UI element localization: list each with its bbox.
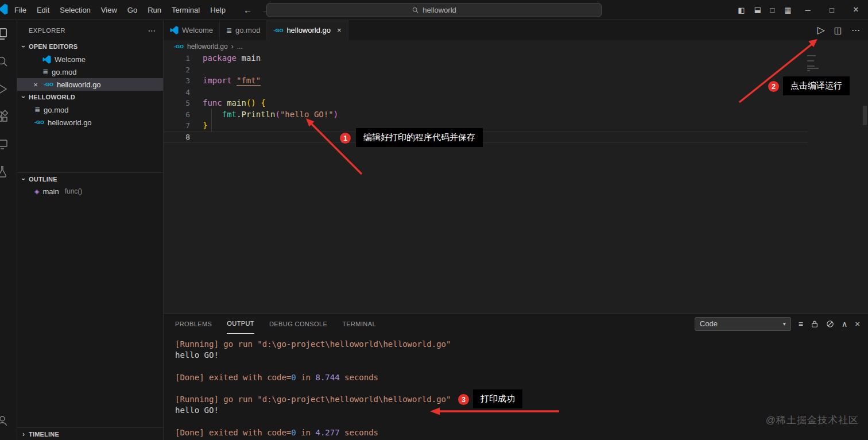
section-outline[interactable]: › OUTLINE [17, 172, 163, 185]
outline-detail: func() [65, 187, 83, 195]
tab-label: Welcome [182, 26, 213, 34]
remote-explorer-icon[interactable] [0, 130, 17, 158]
customize-layout-icon[interactable]: ▦ [780, 6, 796, 14]
section-open-editors[interactable]: › OPEN EDITORS [17, 40, 163, 53]
toggle-secondary-sidebar-icon[interactable]: □ [765, 6, 780, 14]
code-line: 2 [164, 64, 868, 76]
panel-header: PROBLEMS OUTPUT DEBUG CONSOLE TERMINAL C… [164, 314, 868, 334]
vscode-file-icon [42, 55, 51, 64]
menu-edit[interactable]: Edit [32, 0, 55, 20]
code-editor[interactable]: 1package main 2 3import "fmt" 4 5func ma… [164, 53, 868, 313]
outline-label: main [42, 187, 59, 196]
run-code-button[interactable]: ▷ [817, 24, 825, 36]
open-editor-gomod[interactable]: ≣ go.mod [17, 65, 163, 78]
close-button[interactable]: × [844, 0, 868, 20]
tab-gomod[interactable]: ≣ go.mod [220, 20, 267, 40]
close-editor-icon[interactable]: × [31, 80, 40, 89]
back-button[interactable]: ← [243, 5, 252, 15]
menu-run[interactable]: Run [142, 0, 166, 20]
vscode-file-icon [170, 26, 179, 34]
breadcrumb-symbol[interactable]: ... [237, 43, 243, 51]
output-line: [Running] go run "d:\go-project\hellowor… [175, 339, 868, 350]
code-line-current: 8 [164, 132, 868, 143]
menu-view[interactable]: View [96, 0, 122, 20]
filter-output-icon[interactable]: ≡ [799, 319, 803, 329]
search-value: helloworld [423, 6, 456, 14]
menu-file[interactable]: File [9, 0, 32, 20]
code-line: 3import "fmt" [164, 75, 868, 87]
chevron-down-icon: › [20, 94, 28, 101]
account-icon[interactable] [0, 407, 17, 434]
explorer-icon[interactable] [0, 20, 17, 48]
file-gomod[interactable]: ≣ go.mod [17, 103, 163, 116]
output-channel-select[interactable]: Code ▾ [695, 317, 791, 331]
close-panel-icon[interactable]: × [855, 319, 860, 329]
output-line: [Done] exited with code=0 in 8.744 secon… [175, 372, 868, 383]
tab-output[interactable]: OUTPUT [227, 314, 254, 334]
code-text: } [190, 120, 207, 132]
editor-actions: ▷ ◫ ⋯ [817, 20, 868, 40]
maximize-button[interactable]: □ [820, 0, 844, 20]
gomod-file-icon: ≣ [42, 68, 48, 76]
search-sidebar-icon[interactable] [0, 48, 17, 75]
line-number: 4 [164, 87, 190, 98]
open-editor-helloworld-go[interactable]: × -GO helloworld.go [17, 78, 163, 91]
split-editor-icon[interactable]: ◫ [834, 25, 842, 36]
tab-welcome[interactable]: Welcome [164, 20, 220, 40]
menu-go[interactable]: Go [122, 0, 142, 20]
file-label: go.mod [44, 106, 68, 114]
minimize-button[interactable]: ─ [796, 0, 820, 20]
output-channel-value: Code [700, 319, 718, 328]
chevron-right-icon: › [20, 430, 27, 438]
open-editor-label: helloworld.go [57, 80, 101, 89]
menu-terminal[interactable]: Terminal [166, 0, 205, 20]
chevron-down-icon: › [20, 43, 28, 50]
menu-help[interactable]: Help [205, 0, 231, 20]
code-text [190, 132, 203, 143]
breadcrumb-file[interactable]: helloworld.go [187, 43, 228, 51]
toggle-panel-glyph: ◧ [753, 6, 761, 13]
menu-selection[interactable]: Selection [55, 0, 95, 20]
vscode-window: File Edit Selection View Go Run Terminal… [0, 0, 868, 440]
search-icon [412, 6, 419, 14]
close-tab-icon[interactable]: × [337, 26, 342, 34]
run-debug-icon[interactable] [0, 75, 17, 103]
scroll-lock-icon[interactable] [811, 320, 819, 328]
clear-output-icon[interactable] [826, 320, 834, 328]
line-number: 8 [164, 132, 190, 143]
toggle-sidebar-icon[interactable]: ◧ [734, 6, 749, 14]
editor-more-actions-icon[interactable]: ⋯ [851, 25, 860, 36]
line-number: 7 [164, 120, 190, 132]
section-open-editors-label: OPEN EDITORS [29, 43, 78, 50]
section-project[interactable]: › HELLOWORLD [17, 91, 163, 103]
editor-scrollbar[interactable] [863, 106, 867, 125]
maximize-panel-icon[interactable]: ∧ [842, 319, 847, 329]
outline-item-main[interactable]: ◈ main func() [17, 185, 163, 198]
chevron-down-icon: › [20, 176, 28, 183]
tab-helloworld-go[interactable]: -GO helloworld.go × [267, 20, 348, 40]
tab-problems[interactable]: PROBLEMS [175, 314, 212, 334]
code-line: 4 [164, 87, 868, 98]
explorer-sidebar: EXPLORER ⋯ › OPEN EDITORS Welcome ≣ go.m… [17, 20, 164, 440]
toggle-panel-icon[interactable]: ◧ [749, 6, 765, 14]
extensions-icon[interactable] [0, 103, 17, 130]
panel-actions: Code ▾ ≡ ∧ × [695, 317, 860, 331]
go-file-icon: -GO [174, 44, 184, 49]
code-text: package main [190, 53, 261, 64]
testing-icon[interactable] [0, 158, 17, 186]
tab-label: helloworld.go [286, 26, 331, 34]
file-helloworld-go[interactable]: -GO helloworld.go [17, 116, 163, 129]
command-center-search[interactable]: helloworld [266, 3, 602, 17]
open-editor-welcome[interactable]: Welcome [17, 53, 163, 65]
line-number: 5 [164, 98, 190, 109]
minimap[interactable] [807, 55, 821, 73]
explorer-more-actions-icon[interactable]: ⋯ [148, 26, 157, 35]
section-timeline[interactable]: › TIMELINE [17, 427, 163, 440]
output-console[interactable]: [Running] go run "d:\go-project\hellowor… [164, 334, 868, 440]
code-line: 1package main [164, 53, 868, 64]
code-line: 5func main() { [164, 98, 868, 109]
output-line: hello GO! [175, 350, 868, 361]
tab-terminal[interactable]: TERMINAL [342, 314, 376, 334]
tab-debug-console[interactable]: DEBUG CONSOLE [269, 314, 327, 334]
title-bar: File Edit Selection View Go Run Terminal… [0, 0, 868, 20]
